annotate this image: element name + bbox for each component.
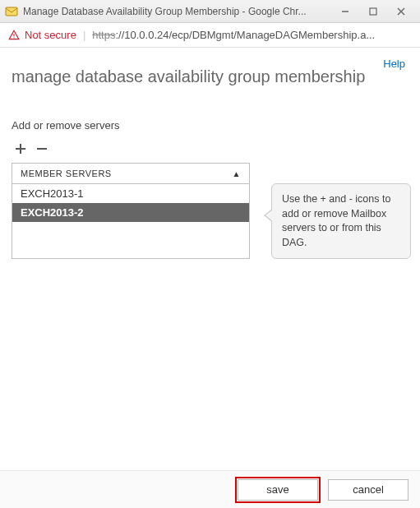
plus-icon: [14, 142, 27, 155]
page-title: manage database availability group membe…: [12, 67, 408, 86]
content-area: Help manage database availability group …: [0, 48, 420, 259]
table-row[interactable]: EXCH2013-1: [12, 184, 249, 203]
remove-button[interactable]: [33, 140, 51, 158]
url-host-path: ://10.0.0.24/ecp/DBMgmt/ManageDAGMembers…: [115, 29, 375, 41]
footer: save cancel: [0, 470, 420, 508]
minus-icon: [35, 142, 48, 155]
window-title: Manage Database Availability Group Membe…: [23, 6, 331, 17]
url-protocol: https: [92, 29, 115, 41]
close-button[interactable]: [387, 2, 415, 21]
sort-arrow-icon: ▲: [233, 169, 241, 178]
section-label: Add or remove servers: [12, 119, 408, 132]
help-callout: Use the + and - icons to add or remove M…: [271, 183, 411, 259]
window-controls: [331, 2, 415, 21]
address-separator: |: [83, 29, 85, 41]
maximize-button[interactable]: [359, 2, 387, 21]
callout-text: Use the + and - icons to add or remove M…: [282, 193, 390, 248]
cancel-button[interactable]: cancel: [328, 479, 408, 501]
window-titlebar: Manage Database Availability Group Membe…: [0, 0, 420, 23]
save-button[interactable]: save: [238, 479, 318, 501]
toolbar: [12, 140, 408, 158]
not-secure-label: Not secure: [25, 29, 76, 41]
svg-rect-2: [370, 8, 376, 15]
warning-icon: [8, 30, 20, 41]
address-bar: Not secure | https://10.0.0.24/ecp/DBMgm…: [0, 23, 420, 48]
svg-rect-0: [6, 7, 17, 16]
member-servers-table: MEMBER SERVERS ▲ EXCH2013-1EXCH2013-2: [12, 163, 250, 259]
url-text[interactable]: https://10.0.0.24/ecp/DBMgmt/ManageDAGMe…: [92, 29, 375, 41]
column-header-label: MEMBER SERVERS: [21, 169, 112, 178]
minimize-button[interactable]: [331, 2, 359, 21]
add-button[interactable]: [12, 140, 30, 158]
svg-point-6: [13, 37, 14, 38]
table-header[interactable]: MEMBER SERVERS ▲: [12, 164, 249, 184]
security-indicator[interactable]: Not secure: [8, 29, 76, 41]
app-icon: [5, 5, 18, 18]
table-body: EXCH2013-1EXCH2013-2: [12, 184, 249, 258]
help-link[interactable]: Help: [383, 58, 405, 70]
table-row[interactable]: EXCH2013-2: [12, 203, 249, 222]
